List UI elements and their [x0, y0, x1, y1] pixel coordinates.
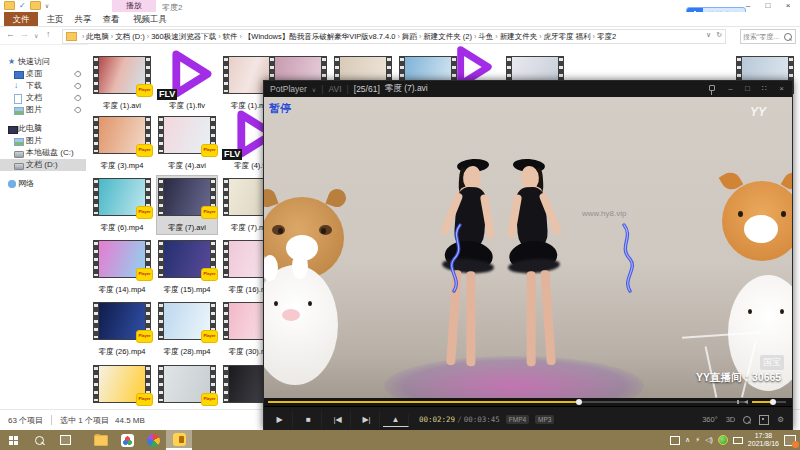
- address-caret-icon[interactable]: ∨: [706, 31, 711, 39]
- search-box[interactable]: 搜索“零度...: [740, 29, 796, 44]
- scene-search-icon[interactable]: [743, 416, 751, 424]
- sidebar-this-pc[interactable]: 此电脑: [0, 123, 86, 135]
- player-maximize-button[interactable]: □: [739, 81, 756, 97]
- file-tile-selected[interactable]: Player 零度 (7).avi: [157, 176, 217, 234]
- taskbar-explorer-button[interactable]: [88, 430, 114, 450]
- crumb-drive[interactable]: 文档 (D:): [115, 32, 145, 42]
- back-icon[interactable]: ←: [6, 29, 15, 39]
- up-icon[interactable]: ↑: [46, 29, 51, 39]
- crumb-newfolder2[interactable]: 新建文件夹 (2): [423, 32, 472, 42]
- search-input[interactable]: 搜索“零度...: [741, 32, 784, 42]
- tray-expand-icon[interactable]: ∧: [685, 430, 690, 450]
- taskbar-browser-button[interactable]: [140, 430, 166, 450]
- crumb-newfolder[interactable]: 新建文件夹: [500, 32, 538, 42]
- start-button[interactable]: [0, 430, 26, 450]
- file-tile[interactable]: Player 零度 (14).mp4: [92, 238, 152, 296]
- properties-check-icon[interactable]: ✓: [19, 2, 26, 10]
- search-icon: [784, 33, 792, 41]
- video-thumbnail: Player: [158, 240, 216, 278]
- player-close-button[interactable]: ×: [773, 81, 790, 97]
- contextual-tab-play[interactable]: 播放: [112, 0, 156, 12]
- file-tile[interactable]: Player 零度 (6).mp4: [92, 176, 152, 234]
- player-badge: Player: [201, 268, 218, 281]
- pin-icon: [74, 106, 82, 114]
- potplayer-window[interactable]: PotPlayer ∨ | AVI | [25/61] 零度 (7).avi –…: [263, 80, 793, 430]
- open-eject-button[interactable]: ▲: [383, 414, 409, 427]
- crumb-downloads[interactable]: 360极速浏览器下载: [151, 32, 216, 42]
- history-caret-icon[interactable]: ∨: [34, 32, 38, 39]
- file-tile[interactable]: Player 零度 (1).avi: [92, 54, 152, 112]
- stop-button[interactable]: ■: [296, 411, 322, 428]
- video-thumbnail: Player: [93, 56, 151, 94]
- task-view-button[interactable]: [52, 430, 78, 450]
- volume-bar[interactable]: [752, 401, 786, 403]
- file-tile[interactable]: Player 零度 (28).mp4: [157, 300, 217, 358]
- sidebar-item-downloads[interactable]: ↓ 下载: [0, 80, 86, 92]
- tab-home[interactable]: 主页: [42, 12, 68, 26]
- seek-bar[interactable]: [268, 401, 746, 403]
- maximize-button[interactable]: □: [758, 0, 778, 11]
- breadcrumb[interactable]: › 此电脑 › 文档 (D:) › 360极速浏览器下载 › 软件 › 【Win…: [62, 29, 726, 44]
- antivirus-tray-icon[interactable]: [718, 435, 728, 445]
- taskbar-clouddrive-button[interactable]: [114, 430, 140, 450]
- crumb-huya[interactable]: 虎牙零度 福利: [544, 32, 591, 42]
- file-tile[interactable]: Player 零度 (15).mp4: [157, 238, 217, 296]
- device-icon[interactable]: [670, 436, 680, 445]
- vr-360-button[interactable]: 360°: [702, 415, 718, 424]
- taskbar-active-app-button[interactable]: [166, 430, 192, 450]
- taskbar-search-button[interactable]: [26, 430, 52, 450]
- tab-video-tools[interactable]: 视频工具: [128, 12, 172, 26]
- tab-file[interactable]: 文件: [4, 12, 38, 26]
- speaker-icon[interactable]: [744, 400, 748, 404]
- refresh-icon[interactable]: ↻: [716, 31, 722, 39]
- sidebar-label: 桌面: [26, 69, 42, 78]
- volume-control[interactable]: [744, 398, 788, 406]
- speaker-icon[interactable]: ◁): [705, 430, 713, 450]
- video-frame[interactable]: 暂停 www.hy8.vip YY 国宝 YY直播间：30665: [264, 97, 792, 398]
- crumb-software[interactable]: 软件: [222, 32, 237, 42]
- sidebar-item-desktop[interactable]: 桌面: [0, 68, 86, 80]
- sidebar-item-pictures-pc[interactable]: 图片: [0, 135, 86, 147]
- settings-gear-icon[interactable]: ⚙: [777, 415, 784, 424]
- qat-dropdown-icon[interactable]: ∨: [45, 2, 49, 9]
- taskbar-clock[interactable]: 17:38 2021/8/16: [748, 432, 779, 448]
- sidebar-item-documents[interactable]: 文档: [0, 92, 86, 104]
- crumb-this-pc[interactable]: 此电脑: [86, 32, 109, 42]
- close-button[interactable]: ×: [778, 0, 798, 11]
- previous-button[interactable]: |◀: [325, 411, 351, 428]
- crumb-kuwo[interactable]: 【Windows】酷我音乐破解豪华VIP版v8.7.4.0: [244, 32, 396, 42]
- desktop-screen: ✓ ∨ 播放 零度2 – □ × 拖拽上传 ∨ ? 文件 主页 共享 查看 视频…: [0, 0, 800, 450]
- action-center-icon[interactable]: [784, 435, 796, 446]
- new-folder-icon[interactable]: [30, 1, 41, 10]
- player-titlebar[interactable]: PotPlayer ∨ | AVI | [25/61] 零度 (7).avi –…: [264, 81, 792, 97]
- sidebar-item-disk-c[interactable]: 本地磁盘 (C:): [0, 147, 86, 159]
- file-tile[interactable]: Player 零度 (26).mp4: [92, 300, 152, 358]
- crumb-separator: ›: [593, 33, 595, 40]
- forward-icon[interactable]: →: [20, 29, 29, 39]
- 3d-button[interactable]: 3D: [726, 415, 736, 424]
- pin-on-top-icon[interactable]: [705, 81, 722, 97]
- sidebar-quick-access[interactable]: ★ 快速访问: [0, 56, 86, 68]
- volume-thumb[interactable]: [770, 399, 776, 405]
- seek-thumb[interactable]: [576, 399, 582, 405]
- folder-icon[interactable]: [4, 1, 15, 10]
- tab-view[interactable]: 查看: [98, 12, 124, 26]
- sidebar-item-pictures[interactable]: 图片: [0, 104, 86, 116]
- usb-icon[interactable]: ⚡: [695, 430, 700, 450]
- tab-share[interactable]: 共享: [70, 12, 96, 26]
- crumb-current[interactable]: 零度2: [597, 32, 616, 42]
- control-panel-icon[interactable]: [759, 415, 769, 425]
- crumb-dance[interactable]: 舞蹈: [402, 32, 417, 42]
- crumb-douyu[interactable]: 斗鱼: [478, 32, 493, 42]
- player-menu-caret-icon[interactable]: ∨: [312, 86, 316, 93]
- file-tile[interactable]: Player 零度 (3).mp4: [92, 114, 152, 172]
- file-tile-flv[interactable]: FLV 零度 (1).flv: [157, 54, 217, 112]
- file-tile[interactable]: Player 零度 (4).avi: [157, 114, 217, 172]
- player-minimize-button[interactable]: –: [722, 81, 739, 97]
- player-fullscreen-button[interactable]: ∷: [756, 81, 773, 97]
- next-button[interactable]: ▶|: [354, 411, 380, 428]
- sidebar-item-disk-d-selected[interactable]: 文档 (D:): [0, 159, 86, 171]
- play-button[interactable]: ▶: [267, 411, 293, 428]
- battery-icon[interactable]: [733, 437, 743, 444]
- sidebar-network[interactable]: 网络: [0, 178, 86, 190]
